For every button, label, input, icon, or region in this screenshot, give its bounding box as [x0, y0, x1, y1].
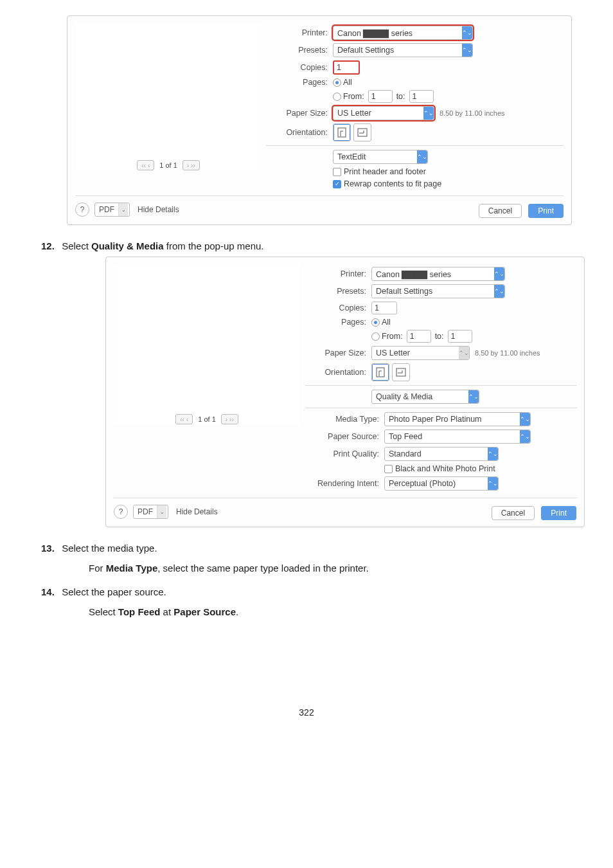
orientation-label: Orientation: — [267, 128, 333, 137]
chevron-down-icon: ⌄ — [118, 203, 128, 216]
pages-to-input[interactable]: 1 — [448, 330, 472, 343]
pages-range-radio[interactable] — [371, 332, 380, 341]
pages-label: Pages: — [305, 318, 371, 327]
section-select[interactable]: TextEdit⌃⌄ — [333, 150, 428, 164]
presets-label: Presets: — [305, 287, 371, 296]
paper-source-select[interactable]: Top Feed⌃⌄ — [384, 429, 531, 444]
rendering-intent-select[interactable]: Perceptual (Photo)⌃⌄ — [384, 476, 499, 491]
copies-input[interactable]: 1 — [371, 302, 397, 314]
papersize-dimensions: 8.50 by 11.00 inches — [475, 349, 540, 357]
pages-all-label: All — [382, 318, 391, 327]
rendering-intent-label: Rendering Intent: — [305, 479, 384, 488]
preview-page — [114, 53, 223, 156]
hide-details-button[interactable]: Hide Details — [176, 507, 218, 516]
chevron-updown-icon: ⌃⌄ — [488, 477, 498, 490]
step-number: 14. — [41, 586, 59, 597]
step-text: Select the media type. — [62, 543, 157, 554]
orientation-landscape-icon[interactable] — [353, 123, 371, 141]
pages-to-label: to: — [435, 332, 444, 341]
pages-label: Pages: — [267, 78, 333, 87]
papersize-label: Paper Size: — [267, 109, 333, 118]
printer-label: Printer: — [305, 269, 371, 278]
pages-all-label: All — [343, 78, 352, 87]
orientation-portrait-icon[interactable] — [371, 363, 389, 381]
hide-details-button[interactable]: Hide Details — [138, 205, 179, 214]
preview-page — [152, 307, 262, 410]
step-13: 13. Select the media type. For Media Typ… — [41, 543, 572, 574]
pager-prev-group[interactable]: ‹‹‹ — [175, 414, 193, 424]
papersize-select[interactable]: US Letter⌃⌄ — [371, 346, 470, 360]
chevron-down-icon: ⌄ — [157, 505, 166, 518]
printer-label: Printer: — [267, 28, 333, 37]
orientation-portrait-icon[interactable] — [333, 123, 351, 141]
bw-photo-checkbox[interactable] — [384, 465, 393, 473]
print-dialog-textedit: ‹‹‹ 1 of 1 ››› Printer: Canon ▇▇▇▇ serie… — [67, 15, 572, 225]
print-preview-pane: ‹‹‹ 1 of 1 ››› — [114, 264, 300, 424]
chevron-updown-icon: ⌃⌄ — [462, 26, 472, 39]
copies-input[interactable]: 1 — [333, 60, 360, 75]
papersize-label: Paper Size: — [305, 348, 371, 357]
print-quality-label: Print Quality: — [305, 449, 384, 458]
pager-next-group[interactable]: ››› — [182, 160, 200, 170]
pages-to-label: to: — [396, 92, 405, 101]
media-type-select[interactable]: Photo Paper Pro Platinum⌃⌄ — [384, 412, 531, 426]
print-dialog-quality-media: ‹‹‹ 1 of 1 ››› Printer: Canon ▇▇▇▇ serie… — [105, 257, 585, 527]
pages-all-radio[interactable] — [371, 318, 380, 327]
pages-range-radio[interactable] — [333, 93, 341, 101]
print-header-footer-label: Print header and footer — [344, 167, 426, 176]
orientation-landscape-icon[interactable] — [392, 363, 410, 381]
page-number: 322 — [41, 707, 572, 718]
cancel-button[interactable]: Cancel — [492, 506, 535, 520]
step-14-detail: Select Top Feed at Paper Source. — [89, 606, 572, 617]
print-button[interactable]: Print — [541, 506, 576, 520]
svg-rect-3 — [396, 368, 405, 376]
cancel-button[interactable]: Cancel — [479, 204, 522, 218]
pages-to-input[interactable]: 1 — [409, 90, 434, 103]
pages-from-input[interactable]: 1 — [407, 330, 431, 343]
step-text: Select Quality & Media from the pop-up m… — [62, 240, 263, 251]
pages-from-label: From: — [382, 332, 403, 341]
step-13-detail: For Media Type, select the same paper ty… — [89, 563, 572, 574]
chevron-updown-icon: ⌃⌄ — [488, 448, 498, 460]
section-select[interactable]: Quality & Media⌃⌄ — [371, 390, 479, 404]
rewrap-contents-checkbox[interactable] — [333, 180, 341, 188]
help-button[interactable]: ? — [75, 203, 89, 217]
print-preview-pane: ‹‹‹ 1 of 1 ››› — [75, 23, 262, 170]
pager-count: 1 of 1 — [198, 415, 216, 423]
papersize-dimensions: 8.50 by 11.00 inches — [440, 109, 505, 117]
chevron-updown-icon: ⌃⌄ — [462, 44, 472, 57]
step-number: 12. — [41, 240, 59, 251]
pager-next-group[interactable]: ››› — [221, 414, 238, 424]
step-number: 13. — [41, 543, 59, 554]
papersize-select[interactable]: US Letter⌃⌄ — [333, 106, 434, 120]
chevron-updown-icon: ⌃⌄ — [494, 267, 504, 280]
printer-select[interactable]: Canon ▇▇▇▇ series⌃⌄ — [333, 26, 473, 40]
presets-select[interactable]: Default Settings⌃⌄ — [371, 284, 505, 298]
copies-label: Copies: — [305, 303, 371, 312]
step-text: Select the paper source. — [62, 586, 166, 597]
chevron-updown-icon: ⌃⌄ — [494, 285, 504, 298]
step-12: 12. Select Quality & Media from the pop-… — [41, 240, 572, 251]
print-header-footer-checkbox[interactable] — [333, 168, 341, 176]
rewrap-contents-label: Rewrap contents to fit page — [344, 179, 441, 188]
media-type-label: Media Type: — [305, 415, 384, 424]
presets-label: Presets: — [267, 46, 333, 55]
pages-all-radio[interactable] — [333, 78, 341, 87]
pdf-dropdown-button[interactable]: PDF⌄ — [133, 505, 168, 519]
print-quality-select[interactable]: Standard⌃⌄ — [384, 447, 499, 461]
bw-photo-label: Black and White Photo Print — [395, 464, 495, 473]
pages-from-label: From: — [343, 92, 364, 101]
printer-select[interactable]: Canon ▇▇▇▇ series⌃⌄ — [371, 267, 505, 281]
paper-source-label: Paper Source: — [305, 432, 384, 441]
chevron-updown-icon: ⌃⌄ — [423, 107, 434, 120]
presets-select[interactable]: Default Settings⌃⌄ — [333, 43, 473, 57]
chevron-updown-icon: ⌃⌄ — [520, 430, 530, 443]
orientation-label: Orientation: — [305, 368, 371, 377]
step-14: 14. Select the paper source. Select Top … — [41, 586, 572, 617]
pdf-dropdown-button[interactable]: PDF⌄ — [94, 203, 130, 217]
help-button[interactable]: ? — [114, 505, 128, 519]
svg-rect-2 — [377, 368, 384, 377]
pager-prev-group[interactable]: ‹‹‹ — [137, 160, 154, 170]
print-button[interactable]: Print — [528, 204, 564, 218]
pages-from-input[interactable]: 1 — [368, 90, 393, 103]
